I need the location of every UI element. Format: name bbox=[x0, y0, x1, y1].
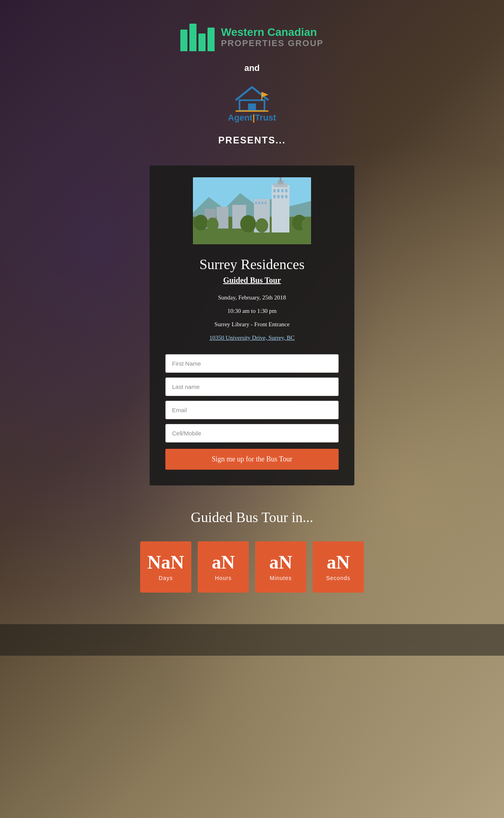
countdown-seconds-value: aN bbox=[327, 553, 350, 572]
countdown-hours: aN Hours bbox=[198, 541, 249, 593]
city-skyline-svg bbox=[193, 177, 311, 244]
wcpg-bar-2 bbox=[189, 24, 196, 51]
event-time: 10:30 am to 1:30 pm bbox=[228, 306, 277, 316]
svg-rect-23 bbox=[261, 202, 263, 204]
countdown-seconds: aN Seconds bbox=[313, 541, 364, 593]
agent-trust-part1: Agent bbox=[228, 113, 252, 123]
page-content: Western Canadian PROPERTIES GROUP and bbox=[0, 0, 504, 687]
svg-rect-13 bbox=[277, 189, 280, 192]
event-location1: Surrey Library - Front Entrance bbox=[215, 320, 290, 329]
agent-trust-part2: Trust bbox=[255, 113, 276, 123]
svg-rect-19 bbox=[285, 195, 287, 198]
svg-point-28 bbox=[194, 215, 208, 231]
wcpg-bar-1 bbox=[180, 30, 187, 51]
countdown-hours-value: aN bbox=[212, 553, 235, 572]
countdown-title: Guided Bus Tour in... bbox=[191, 509, 313, 526]
event-title: Surrey Residences bbox=[200, 256, 305, 273]
svg-rect-14 bbox=[281, 189, 284, 192]
footer-section bbox=[0, 624, 504, 656]
svg-rect-1 bbox=[248, 104, 256, 111]
presents-text: PRESENTS... bbox=[218, 135, 285, 146]
svg-point-31 bbox=[256, 218, 268, 232]
countdown-minutes-value: aN bbox=[269, 553, 293, 572]
countdown-days-value: NaN bbox=[147, 553, 184, 572]
svg-rect-18 bbox=[281, 195, 284, 198]
wcpg-icon bbox=[180, 24, 215, 51]
wcpg-name-line1: Western Canadian bbox=[221, 26, 324, 39]
svg-rect-17 bbox=[277, 195, 280, 198]
svg-rect-11 bbox=[280, 177, 282, 182]
svg-rect-16 bbox=[273, 195, 276, 198]
registration-form: Sign me up for the Bus Tour bbox=[165, 354, 339, 470]
svg-point-30 bbox=[240, 215, 256, 232]
wcpg-name-line2: PROPERTIES GROUP bbox=[221, 38, 324, 48]
event-location2: 10350 University Drive, Surrey, BC bbox=[209, 333, 295, 342]
header-section: Western Canadian PROPERTIES GROUP and bbox=[180, 24, 324, 158]
countdown-hours-label: Hours bbox=[215, 575, 232, 581]
svg-point-29 bbox=[207, 218, 219, 232]
event-location2-text: 10350 University Drive, Surrey, BC bbox=[209, 335, 295, 341]
countdown-boxes: NaN Days aN Hours aN Minutes aN Seconds bbox=[140, 541, 364, 593]
countdown-minutes-label: Minutes bbox=[270, 575, 292, 581]
wcpg-bar-3 bbox=[198, 33, 206, 51]
event-date: Sunday, February, 25th 2018 bbox=[218, 293, 286, 302]
wcpg-text: Western Canadian PROPERTIES GROUP bbox=[221, 26, 324, 49]
agent-trust-name: Agent|Trust bbox=[228, 113, 276, 123]
last-name-input[interactable] bbox=[165, 377, 339, 396]
svg-rect-24 bbox=[265, 202, 267, 204]
email-input[interactable] bbox=[165, 401, 339, 419]
svg-rect-12 bbox=[273, 189, 276, 192]
countdown-seconds-label: Seconds bbox=[326, 575, 350, 581]
and-separator: and bbox=[244, 63, 259, 73]
countdown-days: NaN Days bbox=[140, 541, 191, 593]
wcpg-bar-4 bbox=[208, 28, 215, 51]
event-subtitle: Guided Bus Tour bbox=[223, 276, 281, 285]
svg-rect-22 bbox=[258, 202, 260, 204]
svg-rect-15 bbox=[285, 189, 287, 192]
property-image bbox=[193, 177, 311, 244]
countdown-section: Guided Bus Tour in... NaN Days aN Hours … bbox=[0, 509, 504, 593]
wcpg-logo: Western Canadian PROPERTIES GROUP bbox=[180, 24, 324, 51]
svg-rect-21 bbox=[255, 202, 257, 204]
submit-button[interactable]: Sign me up for the Bus Tour bbox=[165, 449, 339, 470]
phone-input[interactable] bbox=[165, 424, 339, 442]
agent-trust-logo: Agent|Trust bbox=[228, 81, 276, 123]
agent-trust-icon-svg bbox=[232, 81, 272, 113]
countdown-minutes: aN Minutes bbox=[255, 541, 306, 593]
first-name-input[interactable] bbox=[165, 354, 339, 373]
main-card: Surrey Residences Guided Bus Tour Sunday… bbox=[150, 165, 354, 485]
countdown-days-label: Days bbox=[159, 575, 173, 581]
